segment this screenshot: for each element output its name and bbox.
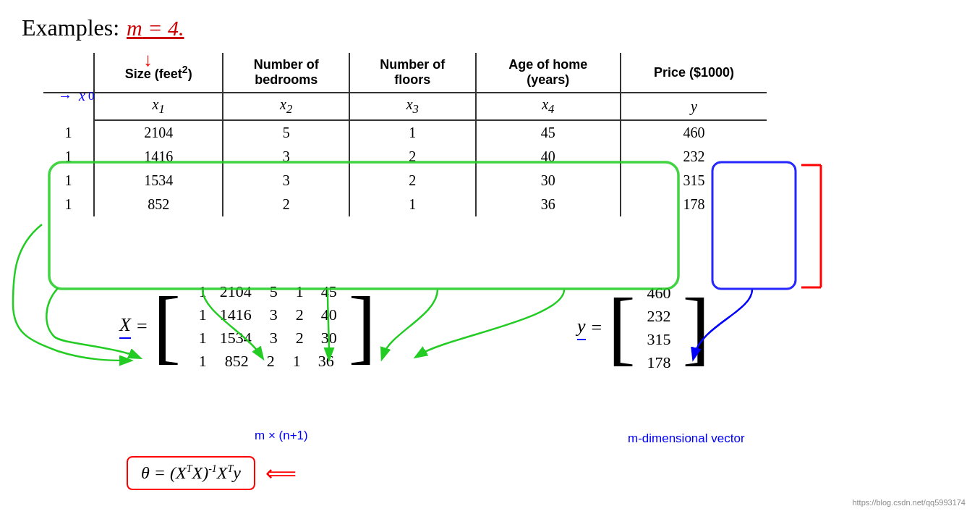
cell-x0-r1: 1	[43, 120, 94, 145]
left-bracket-x: [	[153, 292, 181, 361]
cell-x1-r3: 1534	[94, 169, 223, 193]
watermark: https://blog.csdn.net/qq5993174	[852, 498, 966, 507]
mx-r3c2: 1534	[220, 329, 252, 347]
mx-r4c1: 1	[192, 352, 207, 371]
matrix-x-label: X	[119, 314, 131, 339]
page: Examples: m = 4. ↓ → x0 Size (feet2) Num…	[0, 0, 980, 514]
right-bracket-x: ]	[349, 292, 376, 361]
subheader-y: y	[621, 93, 767, 120]
matrix-x-content: 1 2104 5 1 45 1 1416 3 2 40 1 1534 3 2 3…	[187, 281, 343, 372]
cell-x4-r3: 30	[476, 169, 621, 193]
cell-y-r2: 232	[621, 145, 767, 169]
cell-x2-r2: 3	[223, 145, 349, 169]
cell-x4-r2: 40	[476, 145, 621, 169]
main-table: Size (feet2) Number ofbedrooms Number of…	[43, 53, 767, 216]
my-r3: 315	[647, 330, 671, 349]
cell-x3-r1: 1	[349, 120, 476, 145]
cell-x1-r2: 1416	[94, 145, 223, 169]
subheader-x3: x3	[349, 93, 476, 120]
matrix-y-section: y = [ 460 232 315 178 ]	[577, 282, 710, 374]
left-bracket-y: [	[608, 294, 635, 362]
mx-r4c4: 1	[288, 352, 301, 371]
table-row: 1 1534 3 2 30 315	[43, 169, 767, 193]
cell-x0-r4: 1	[43, 193, 94, 216]
cell-x1-r4: 852	[94, 193, 223, 216]
subheader-row: x1 x2 x3 x4 y	[43, 93, 767, 120]
matrix-y-label: y	[577, 316, 586, 340]
cell-x0-r2: 1	[43, 145, 94, 169]
col-header-age: Age of home(years)	[476, 53, 621, 93]
table-section: ↓ → x0 Size (feet2) Number ofbedrooms Nu…	[43, 53, 958, 216]
equals-sign-y: =	[592, 317, 602, 339]
mx-annotation: m × (n+1)	[255, 429, 308, 443]
mx-r3c4: 2	[291, 329, 304, 347]
subheader-x4: x4	[476, 93, 621, 120]
title-examples: Examples:	[22, 14, 119, 41]
formula-box: θ = (XTX)-1XTy	[127, 456, 255, 490]
cell-x3-r2: 2	[349, 145, 476, 169]
table-body: 1 2104 5 1 45 460 1 1416 3 2 40 232 1	[43, 120, 767, 216]
cell-y-r4: 178	[621, 193, 767, 216]
mx-r2c2: 1416	[220, 306, 252, 324]
cell-x4-r1: 45	[476, 120, 621, 145]
cell-x2-r3: 3	[223, 169, 349, 193]
matrix-x-row2: 1 1416 3 2 40	[192, 306, 337, 324]
cell-x0-r3: 1	[43, 169, 94, 193]
mx-r4c2: 852	[220, 352, 249, 371]
m-dim-annotation: m-dimensional vector	[628, 431, 745, 446]
mx-r4c3: 2	[262, 352, 275, 371]
col-header-bedrooms: Number ofbedrooms	[223, 53, 349, 93]
subheader-x1: x1	[94, 93, 223, 120]
matrix-x-row1: 1 2104 5 1 45	[192, 282, 337, 301]
formula-arrow: ⟸	[265, 460, 297, 486]
table-row: 1 2104 5 1 45 460	[43, 120, 767, 145]
my-r4: 178	[647, 353, 671, 372]
x0-label: → x0	[58, 88, 94, 104]
mx-r1c2: 2104	[220, 282, 252, 301]
mx-r1c4: 1	[291, 282, 304, 301]
my-r2: 232	[647, 307, 671, 326]
mx-r2c1: 1	[192, 306, 207, 324]
matrix-y-content: 460 232 315 178	[642, 282, 677, 374]
cell-y-r1: 460	[621, 120, 767, 145]
table-row: 1 1416 3 2 40 232	[43, 145, 767, 169]
col-header-floors: Number offloors	[349, 53, 476, 93]
equals-sign-x: =	[137, 316, 148, 337]
red-arrow-annotation: ↓	[143, 49, 153, 71]
mx-r2c5: 40	[317, 306, 337, 324]
cell-x2-r1: 5	[223, 120, 349, 145]
right-bracket-y: ]	[683, 294, 710, 362]
cell-x4-r4: 36	[476, 193, 621, 216]
mx-r2c4: 2	[291, 306, 304, 324]
cell-x3-r4: 1	[349, 193, 476, 216]
mx-r3c1: 1	[192, 329, 207, 347]
title-row: Examples: m = 4.	[22, 14, 958, 41]
matrix-x-row3: 1 1534 3 2 30	[192, 329, 337, 347]
cell-y-r3: 315	[621, 169, 767, 193]
table-row: 1 852 2 1 36 178	[43, 193, 767, 216]
formula-section: θ = (XTX)-1XTy ⟸	[127, 456, 297, 490]
mx-r3c3: 3	[265, 329, 278, 347]
cell-x2-r4: 2	[223, 193, 349, 216]
mx-r1c3: 5	[265, 282, 278, 301]
mx-r1c1: 1	[192, 282, 207, 301]
matrix-x-row4: 1 852 2 1 36	[192, 352, 337, 371]
mx-r1c5: 45	[317, 282, 337, 301]
mx-r4c5: 36	[314, 352, 334, 371]
mx-r3c5: 30	[317, 329, 337, 347]
mx-r2c3: 3	[265, 306, 278, 324]
my-r1: 460	[647, 284, 671, 303]
col-header-price: Price ($1000)	[621, 53, 767, 93]
cell-x1-r1: 2104	[94, 120, 223, 145]
matrix-x-section: X = [ 1 2104 5 1 45 1 1416 3 2 40 1 1534	[119, 281, 376, 372]
col-header-x0	[43, 53, 94, 93]
title-math: m = 4.	[127, 16, 184, 41]
cell-x3-r3: 2	[349, 169, 476, 193]
col-header-size: Size (feet2)	[94, 53, 223, 93]
subheader-x2: x2	[223, 93, 349, 120]
